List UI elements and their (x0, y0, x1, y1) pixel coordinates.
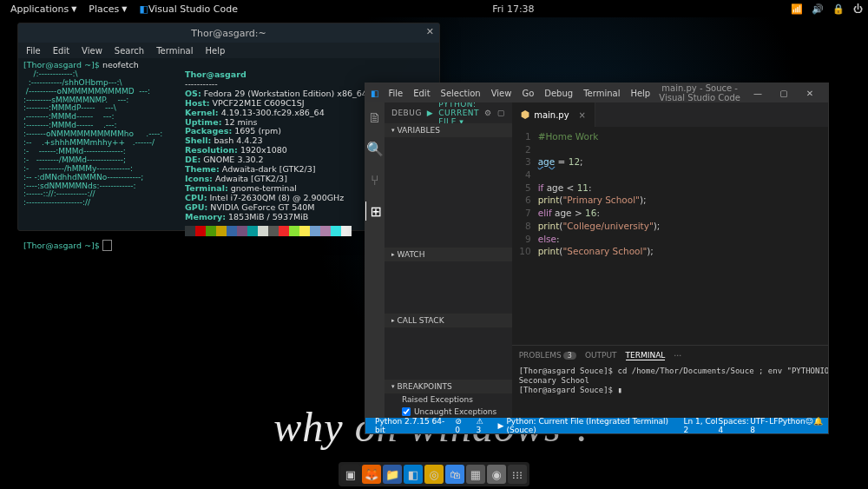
places-menu[interactable]: Places▼ (83, 2, 132, 17)
gnome-topbar: Applications▼ Places▼ ◧ Visual Studio Co… (0, 0, 868, 17)
dock-app8[interactable]: ◉ (487, 465, 506, 484)
menu-edit[interactable]: Edit (49, 45, 74, 56)
panel-tab-terminal[interactable]: TERMINAL (626, 351, 666, 360)
menu-go[interactable]: Go (517, 87, 538, 100)
prompt: [Thor@asgard ~]$ (23, 241, 100, 250)
bottom-panel: PROBLEMS3 OUTPUT TERMINAL ⋯ 2: Python De… (512, 345, 828, 418)
status-eol[interactable]: LF (769, 417, 778, 434)
menu-terminal[interactable]: Terminal (152, 45, 197, 56)
power-icon[interactable]: ⏻ (853, 3, 863, 15)
terminal-titlebar[interactable]: Thor@asgard:~ ✕ (18, 23, 439, 43)
code-editor[interactable]: 12345678910 #Home Work age = 12; if age … (512, 127, 828, 345)
editor-tabs: ⬢ main.py × ◫ ⋯ (512, 102, 828, 127)
bp-uncaught[interactable]: Uncaught Exceptions (385, 406, 512, 418)
gear-icon[interactable]: ⚙ (484, 109, 492, 117)
debug-start-icon[interactable]: ▶ (427, 109, 433, 117)
status-cursor[interactable]: Ln 1, Col 2 (683, 417, 718, 434)
explorer-icon[interactable]: 🗎 (365, 108, 385, 127)
dock-files[interactable]: 📁 (383, 465, 402, 484)
tab-main-py[interactable]: ⬢ main.py × (512, 102, 595, 127)
panel-tab-problems[interactable]: PROBLEMS3 (519, 351, 576, 360)
dock-app7[interactable]: ▦ (466, 465, 485, 484)
menu-file[interactable]: File (22, 45, 45, 56)
status-spaces[interactable]: Spaces: 4 (719, 417, 751, 434)
status-python[interactable]: Python 2.7.15 64-bit (371, 417, 450, 434)
python-file-icon: ⬢ (521, 109, 529, 121)
close-icon[interactable]: ✕ (426, 26, 434, 37)
dock-appgrid[interactable]: ⁝⁝⁝ (508, 465, 527, 484)
debug-config-selector[interactable]: Python: Current File ▾ (438, 102, 479, 126)
prompt: [Thor@asgard ~]$ (23, 60, 100, 69)
dock-app5[interactable]: ◎ (424, 465, 444, 484)
menu-help[interactable]: Help (626, 87, 654, 100)
neofetch-ascii: /:------------:\ :-----------/shhOHbmp--… (23, 70, 180, 236)
section-breakpoints[interactable]: BREAKPOINTS (385, 380, 512, 393)
command: neofetch (102, 60, 139, 69)
menu-help[interactable]: Help (201, 45, 229, 56)
bp-uncaught-checkbox[interactable] (402, 407, 411, 416)
window-title: main.py - Souce - Visual Studio Code (654, 83, 745, 102)
menu-selection[interactable]: Selection (437, 87, 485, 100)
dock-app6[interactable]: 🛍 (445, 465, 464, 484)
active-app-indicator[interactable]: ◧ Visual Studio Code (135, 2, 243, 17)
status-errors[interactable]: ⊘ 0 (450, 417, 471, 434)
terminal-title: Thor@asgard:~ (191, 28, 266, 39)
terminal-output[interactable]: [Thor@asgard Souce]$ cd /home/Thor/Docum… (512, 365, 828, 418)
scm-icon[interactable]: ⑂ (365, 170, 385, 189)
panel-tab-more[interactable]: ⋯ (674, 351, 681, 360)
dock-firefox[interactable]: 🦊 (362, 465, 381, 484)
status-warnings[interactable]: ⚠ 3 (472, 417, 494, 434)
minimize-button[interactable]: — (745, 89, 771, 98)
section-variables[interactable]: VARIABLES (385, 123, 512, 137)
menu-terminal[interactable]: Terminal (579, 87, 624, 100)
close-button[interactable]: ✕ (797, 89, 823, 98)
clock[interactable]: Fri 17:38 (243, 3, 784, 15)
status-debug-config[interactable]: ▶ Python: Current File (Integrated Termi… (493, 417, 683, 434)
dock-terminal[interactable]: ▣ (341, 465, 360, 484)
panel-tab-output[interactable]: OUTPUT (585, 351, 617, 360)
search-icon[interactable]: 🔍 (365, 139, 385, 158)
tab-close-icon[interactable]: × (579, 110, 586, 120)
lock-icon[interactable]: 🔒 (832, 3, 845, 15)
status-bar: Python 2.7.15 64-bit ⊘ 0 ⚠ 3 ▶ Python: C… (365, 418, 828, 433)
debug-sidebar: DEBUG ▶ Python: Current File ▾ ⚙▢ VARIAB… (385, 102, 512, 418)
menu-view[interactable]: View (77, 45, 107, 56)
menu-view[interactable]: View (487, 87, 516, 100)
vscode-window[interactable]: ◧ File Edit Selection View Go Debug Term… (365, 83, 829, 434)
section-callstack[interactable]: CALL STACK (385, 314, 512, 327)
applications-menu[interactable]: Applications▼ (5, 2, 82, 17)
vscode-titlebar[interactable]: ◧ File Edit Selection View Go Debug Term… (365, 83, 828, 102)
status-feedback-icon[interactable]: ☺ (806, 417, 813, 434)
menu-file[interactable]: File (384, 87, 407, 100)
terminal-menubar: File Edit View Search Terminal Help (18, 43, 439, 58)
vscode-icon: ◧ (371, 89, 378, 98)
network-icon[interactable]: 📶 (791, 3, 803, 15)
tab-label: main.py (534, 110, 569, 120)
debug।<div class=[interactable]: ⊞ (365, 202, 384, 221)
menu-search[interactable]: Search (110, 45, 148, 56)
console-icon[interactable]: ▢ (497, 109, 505, 117)
menu-edit[interactable]: Edit (409, 87, 434, 100)
maximize-button[interactable]: ▢ (771, 89, 797, 98)
dock: ▣ 🦊 📁 ◧ ◎ 🛍 ▦ ◉ ⁝⁝⁝ (339, 462, 529, 486)
color-palette (185, 226, 367, 236)
activity-bar: 🗎 🔍 ⑂ ⊞ (365, 102, 385, 418)
status-bell-icon[interactable]: 🔔 (813, 417, 823, 434)
status-encoding[interactable]: UTF-8 (750, 417, 769, 434)
section-watch[interactable]: WATCH (385, 248, 512, 261)
status-lang[interactable]: Python (778, 417, 805, 434)
menu-debug[interactable]: Debug (540, 87, 577, 100)
dock-vscode[interactable]: ◧ (404, 465, 423, 484)
volume-icon[interactable]: 🔊 (812, 3, 824, 15)
bp-raised-checkbox[interactable]: Raised Exceptions (385, 393, 512, 406)
neofetch-info: Thor@asgard ----------- OS: Fedora 29 (W… (185, 70, 367, 236)
debug-header: DEBUG (391, 109, 422, 117)
line-gutter: 12345678910 (512, 127, 538, 345)
